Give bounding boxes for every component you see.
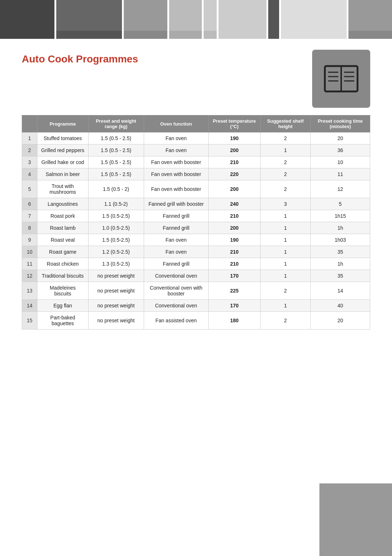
cell-num: 4 [22,168,37,180]
cell-num: 3 [22,156,37,168]
cell-preset-weight: 1.5 (0.5 - 2) [88,180,144,198]
cell-preset-weight: 1.5 (0.5 - 2.5) [88,168,144,180]
cell-preset-temp: 210 [208,156,260,168]
cell-preset-weight: 1.3 (0.5-2.5) [88,258,144,270]
cell-num: 15 [22,312,37,330]
cell-cooking-time: 1h15 [310,210,370,222]
cell-num: 7 [22,210,37,222]
cell-oven-function: Fanned grill [144,222,208,234]
cell-oven-function: Fan assisted oven [144,312,208,330]
cell-programme: Trout with mushrooms [37,180,89,198]
cell-cooking-time: 12 [310,180,370,198]
cell-oven-function: Fanned grill [144,210,208,222]
cell-shelf-height: 1 [260,144,310,156]
cell-num: 6 [22,198,37,210]
cell-preset-weight: no preset weight [88,270,144,282]
cell-oven-function: Fan oven with booster [144,168,208,180]
table-row: 4 Salmon in beer 1.5 (0.5 - 2.5) Fan ove… [22,168,370,180]
deco-block-9 [348,0,392,31]
cell-preset-weight: 1.5 (0.5 - 2.5) [88,132,144,144]
cell-preset-weight: no preset weight [88,300,144,312]
cell-preset-temp: 190 [208,132,260,144]
deco-block-3 [124,0,167,31]
cell-preset-temp: 170 [208,300,260,312]
cell-num: 14 [22,300,37,312]
deco-strip-9 [348,31,392,39]
cell-shelf-height: 1 [260,234,310,246]
cell-cooking-time: 14 [310,282,370,300]
th-preset-weight: Preset and weight range (kg) [88,115,144,132]
cell-programme: Roast veal [37,234,89,246]
bottom-right-decoration [319,483,392,556]
cell-cooking-time: 5 [310,198,370,210]
cell-preset-temp: 200 [208,180,260,198]
cell-oven-function: Fan oven [144,132,208,144]
cell-programme: Egg flan [37,300,89,312]
deco-strip-1 [0,31,54,39]
cell-shelf-height: 2 [260,312,310,330]
table-row: 6 Langoustines 1.1 (0.5-2) Fanned grill … [22,198,370,210]
cell-preset-weight: 1.0 (0.5-2.5) [88,222,144,234]
cell-shelf-height: 2 [260,168,310,180]
cell-preset-temp: 200 [208,222,260,234]
deco-strip-6 [219,31,266,39]
cell-num: 1 [22,132,37,144]
deco-strip-2 [56,31,122,39]
cell-preset-weight: 1.1 (0.5-2) [88,198,144,210]
table-row: 10 Roast game 1.2 (0.5-2.5) Fan oven 210… [22,246,370,258]
cell-programme: Part-baked baguettes [37,312,89,330]
cell-programme: Roast game [37,246,89,258]
cell-programme: Grilled red peppers [37,144,89,156]
deco-strip-7 [268,31,279,39]
deco-strip-4 [169,31,202,39]
cell-programme: Salmon in beer [37,168,89,180]
auto-cook-table: Programme Preset and weight range (kg) O… [22,115,370,330]
cell-preset-weight: 1.5 (0.5-2.5) [88,210,144,222]
cell-preset-temp: 170 [208,270,260,282]
deco-block-2 [56,0,122,31]
table-row: 14 Egg flan no preset weight Conventiona… [22,300,370,312]
cell-programme: Roast chicken [37,258,89,270]
cell-oven-function: Conventional oven [144,300,208,312]
cell-cooking-time: 20 [310,312,370,330]
cell-cooking-time: 40 [310,300,370,312]
cell-programme: Grilled hake or cod [37,156,89,168]
cell-shelf-height: 2 [260,282,310,300]
cell-oven-function: Conventional oven [144,270,208,282]
cell-programme: Roast pork [37,210,89,222]
cell-preset-temp: 210 [208,258,260,270]
cell-oven-function: Fan oven with booster [144,156,208,168]
cell-cooking-time: 20 [310,132,370,144]
cell-cooking-time: 11 [310,168,370,180]
table-row: 12 Traditional biscuits no preset weight… [22,270,370,282]
cell-programme: Langoustines [37,198,89,210]
cell-num: 9 [22,234,37,246]
cell-shelf-height: 1 [260,258,310,270]
cell-num: 2 [22,144,37,156]
cell-preset-temp: 210 [208,246,260,258]
th-cooking-time: Preset cooking time (minutes) [310,115,370,132]
cell-cooking-time: 1h03 [310,234,370,246]
cell-shelf-height: 1 [260,270,310,282]
deco-strip-8 [281,31,346,39]
cell-oven-function: Fan oven with booster [144,180,208,198]
deco-block-1 [0,0,54,31]
cell-shelf-height: 3 [260,198,310,210]
cell-oven-function: Fan oven [144,144,208,156]
cell-preset-temp: 220 [208,168,260,180]
cell-num: 5 [22,180,37,198]
page-title: Auto Cook Programmes [22,53,138,65]
cell-shelf-height: 2 [260,180,310,198]
cell-preset-weight: 1.2 (0.5-2.5) [88,246,144,258]
cell-cooking-time: 1h [310,258,370,270]
cell-preset-weight: 1.5 (0.5 - 2.5) [88,144,144,156]
cell-shelf-height: 2 [260,132,310,144]
th-programme: Programme [37,115,89,132]
cell-num: 13 [22,282,37,300]
table-row: 15 Part-baked baguettes no preset weight… [22,312,370,330]
cell-oven-function: Fan oven [144,234,208,246]
deco-strip-5 [204,31,217,39]
cell-programme: Madeleines biscuits [37,282,89,300]
table-row: 8 Roast lamb 1.0 (0.5-2.5) Fanned grill … [22,222,370,234]
cell-shelf-height: 2 [260,156,310,168]
